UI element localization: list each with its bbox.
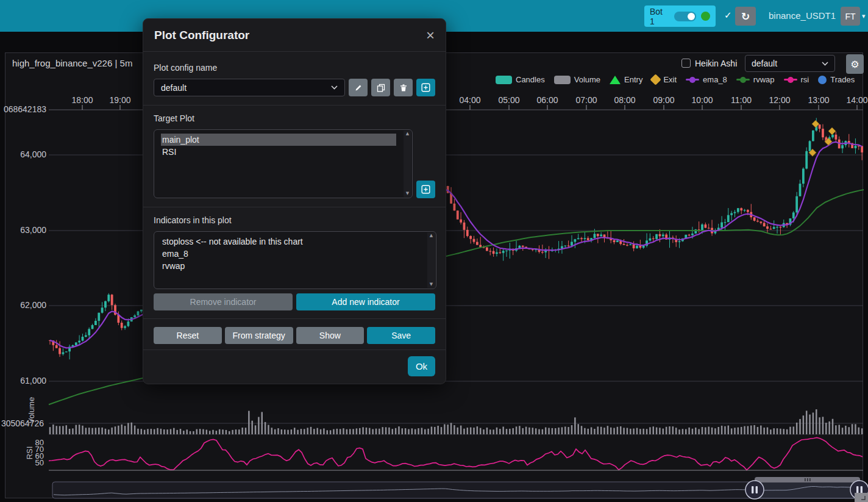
y-axis-label: 62,000 [1, 300, 46, 310]
config-name-label: Plot config name [154, 63, 435, 73]
Volume-legend-icon [554, 76, 571, 84]
scrollbar[interactable]: ▲ ▼ [404, 131, 411, 197]
y-axis-label: 61,000 [1, 376, 46, 385]
target-plot-item-RSI[interactable]: RSI [161, 146, 396, 158]
add-plot-button[interactable] [416, 181, 435, 198]
x-axis-label: 09:00 [653, 95, 674, 105]
x-axis-label: 06:00 [536, 95, 558, 105]
legend-label: Exit [663, 75, 677, 84]
y-axis-label: 068642183 [1, 104, 46, 114]
chevron-down-icon: ▾ [862, 12, 866, 20]
duplicate-config-button[interactable] [371, 79, 390, 96]
ft-menu-button[interactable]: FT [841, 7, 860, 26]
x-axis-label: 04:00 [459, 95, 480, 105]
Entry-legend-icon [610, 76, 621, 84]
app-root: high_frog_binance_v226 | 5m Heikin Ashi … [0, 0, 868, 502]
rsi-line [49, 437, 863, 470]
ema_8-legend-icon [686, 79, 699, 81]
rename-config-button[interactable] [349, 79, 368, 96]
indicators-label: Indicators in this plot [154, 215, 435, 225]
close-icon[interactable]: × [426, 30, 435, 41]
rsi-pane-label: RSI [25, 446, 34, 460]
trash-icon [399, 84, 408, 92]
refresh-button[interactable]: ↻ [735, 7, 756, 26]
remove-indicator-button[interactable]: Remove indicator [154, 293, 293, 310]
check-icon: ✓ [724, 10, 732, 21]
plot-config-select[interactable]: default [745, 55, 835, 72]
config-name-select[interactable]: default [154, 79, 345, 96]
target-plot-item-main_plot[interactable]: main_plot [161, 134, 396, 146]
indicator-item[interactable]: stoploss <-- not available in this chart [161, 235, 420, 248]
target-plot-listbox[interactable]: main_plotRSI ▲ ▼ [154, 129, 413, 198]
Trades-legend-icon [818, 76, 827, 84]
Candles-legend-icon [496, 76, 512, 84]
add-config-button[interactable] [416, 79, 435, 96]
navigator-handle-left[interactable] [745, 481, 764, 499]
scroll-up-icon[interactable]: ▲ [430, 234, 433, 238]
rsi-axis-label: 50 [0, 458, 44, 467]
rsi-legend-icon [784, 79, 797, 81]
chevron-down-icon [331, 85, 338, 90]
legend-label: ema_8 [703, 75, 727, 84]
x-axis-label: 08:00 [614, 95, 635, 105]
bot-status-dot [701, 12, 710, 21]
plus-square-icon [421, 185, 430, 194]
heikin-ashi-label: Heikin Ashi [695, 59, 737, 68]
resize-corner-button[interactable] [855, 493, 868, 502]
pair-label: binance_USDT1 [769, 10, 836, 21]
chart-legend: CandlesVolumeEntryExitema_8rvwaprsiTrade… [496, 75, 855, 84]
legend-item-rsi[interactable]: rsi [784, 75, 809, 84]
modal-title: Plot Configurator [154, 29, 249, 42]
x-axis-label: 14:00 [846, 95, 867, 105]
legend-item-Exit[interactable]: Exit [652, 75, 677, 84]
legend-label: Candles [516, 75, 545, 84]
indicator-item[interactable]: rvwap [161, 260, 420, 272]
add-new-indicator-button[interactable]: Add new indicator [296, 293, 435, 310]
x-axis-label: 07:00 [575, 95, 597, 105]
ft-logo: FT [845, 12, 855, 21]
Exit-legend-icon [650, 74, 661, 85]
modal-footer: Ok [143, 350, 446, 384]
x-axis-label: 19:00 [109, 95, 130, 105]
refresh-icon: ↻ [741, 10, 750, 23]
from-strategy-button[interactable]: From strategy [225, 327, 293, 344]
legend-item-Entry[interactable]: Entry [610, 75, 642, 84]
navigator-selection [755, 482, 860, 498]
target-plot-label: Target Plot [154, 113, 435, 123]
plus-square-icon [421, 83, 430, 92]
heikin-ashi-checkbox[interactable] [681, 59, 691, 68]
x-axis-label: 13:00 [808, 95, 829, 105]
scrollbar[interactable]: ▲ ▼ [427, 232, 435, 288]
legend-label: Trades [830, 75, 855, 84]
chevron-down-icon [822, 62, 828, 66]
ok-button[interactable]: Ok [408, 356, 435, 376]
bot-selector[interactable]: Bot 1 [644, 5, 716, 27]
legend-label: rvwap [753, 75, 775, 84]
reset-button[interactable]: Reset [154, 327, 222, 344]
scroll-down-icon[interactable]: ▼ [430, 282, 433, 287]
scroll-down-icon[interactable]: ▼ [406, 192, 409, 196]
scroll-up-icon[interactable]: ▲ [406, 132, 409, 136]
plot-configurator-modal: Plot Configurator × Plot config name def… [143, 18, 446, 384]
volume-pane-label: Volume [27, 397, 36, 423]
show-button[interactable]: Show [296, 327, 365, 344]
x-axis-label: 05:00 [498, 95, 519, 105]
y-axis-label: 63,000 [1, 225, 46, 235]
legend-item-Trades[interactable]: Trades [818, 75, 855, 84]
rsi-line-group [49, 437, 863, 470]
bot-toggle[interactable] [674, 12, 696, 21]
legend-item-ema_8[interactable]: ema_8 [686, 75, 727, 84]
toggle-knob [688, 13, 695, 20]
chart-pair-title: high_frog_binance_v226 | 5m [12, 58, 132, 68]
x-axis-label: 10:00 [691, 95, 713, 105]
delete-config-button[interactable] [394, 79, 413, 96]
volume-bars [49, 409, 863, 434]
legend-item-Volume[interactable]: Volume [554, 75, 600, 84]
legend-item-rvwap[interactable]: rvwap [736, 75, 775, 84]
legend-item-Candles[interactable]: Candles [496, 75, 545, 84]
plot-settings-button[interactable]: ⚙ [846, 54, 864, 74]
save-button[interactable]: Save [367, 327, 435, 344]
indicator-item[interactable]: ema_8 [161, 248, 420, 260]
indicators-listbox[interactable]: stoploss <-- not available in this chart… [154, 231, 436, 289]
legend-label: Volume [574, 75, 600, 84]
